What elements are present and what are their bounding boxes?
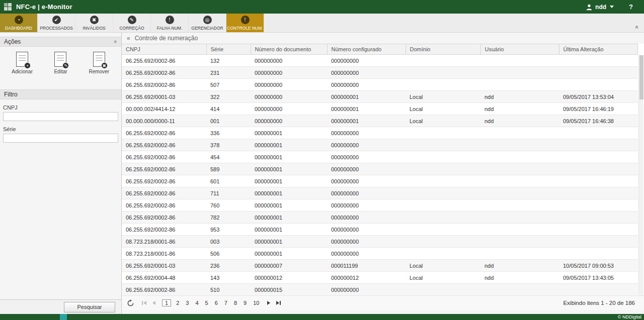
- table-cell: 000000000: [327, 127, 406, 139]
- table-cell: 00.000.000/0000-11: [122, 115, 206, 127]
- table-cell: [480, 175, 559, 187]
- toolbar-collapse-icon[interactable]: «: [635, 26, 640, 29]
- table-row[interactable]: 08.723.218/0001-86003000000001000000000: [122, 236, 638, 248]
- search-button[interactable]: Pesquisar: [64, 302, 115, 312]
- edit-button[interactable]: ✎ Editar: [41, 52, 79, 74]
- user-icon: [586, 4, 593, 11]
- last-page-button[interactable]: [275, 301, 282, 305]
- table-row[interactable]: 00.000.002/4414-12414000000000000000001L…: [122, 103, 638, 115]
- page-number[interactable]: 3: [184, 299, 190, 306]
- table-cell: [559, 211, 638, 224]
- table-row[interactable]: 06.255.692/0002-86378000000001000000000: [122, 139, 638, 151]
- serie-input[interactable]: [3, 134, 118, 143]
- refresh-button[interactable]: [127, 299, 134, 307]
- col-header-cnpj[interactable]: CNPJ: [122, 44, 206, 55]
- tab-label: PROCESSADOS: [40, 26, 73, 31]
- first-page-button[interactable]: [140, 301, 148, 305]
- add-button[interactable]: + Adicionar: [3, 52, 41, 74]
- table-cell: [406, 127, 480, 139]
- next-page-button[interactable]: [266, 301, 272, 305]
- table-row[interactable]: 06.255.692/0002-86589000000001000000000: [122, 163, 638, 175]
- table-cell: 06.255.692/0004-48: [122, 272, 206, 284]
- tab-controle-num[interactable]: ! CONTROLE NUM.: [226, 14, 264, 32]
- table-row[interactable]: 06.255.692/0002-86601000000001000000000: [122, 175, 638, 187]
- table-row[interactable]: 06.255.692/0001-03322000000000000000001L…: [122, 91, 638, 103]
- collapse-actions-icon[interactable]: «: [113, 40, 118, 43]
- col-header-numero-documento[interactable]: Número do documento: [251, 44, 327, 55]
- page-number[interactable]: 5: [204, 299, 210, 306]
- tab-invalidos[interactable]: ✖ INVÁLIDOS: [75, 14, 113, 32]
- table-cell: [406, 175, 480, 187]
- table-row[interactable]: 06.255.692/0002-86231000000000000000000: [122, 67, 638, 79]
- table-cell: 000000001: [251, 236, 327, 248]
- col-header-usuario[interactable]: Usuário: [480, 44, 559, 55]
- page-number[interactable]: 6: [213, 299, 219, 306]
- table-row[interactable]: 06.255.692/0002-86953000000001000000000: [122, 224, 638, 236]
- document-add-icon: +: [16, 52, 28, 67]
- help-button[interactable]: ?: [629, 3, 633, 11]
- table-row[interactable]: 06.255.692/0004-48143000000012000000012L…: [122, 272, 638, 284]
- page-number[interactable]: 9: [242, 299, 248, 306]
- table-row[interactable]: 06.255.692/0001-03236000000007000011199L…: [122, 260, 638, 272]
- statusbar: © NDDigital: [0, 314, 644, 320]
- prev-page-button[interactable]: [151, 301, 157, 305]
- table-cell: 06.255.692/0002-86: [122, 67, 206, 79]
- table-cell: 06.255.692/0002-86: [122, 224, 206, 236]
- page-number[interactable]: 8: [232, 299, 238, 306]
- page-number[interactable]: 10: [252, 299, 261, 306]
- vertical-scrollbar[interactable]: [638, 55, 643, 295]
- filter-section-header: Filtro: [0, 89, 121, 99]
- scrollbar-thumb[interactable]: [639, 55, 643, 99]
- page-number[interactable]: 2: [175, 299, 181, 306]
- col-header-serie[interactable]: Série: [206, 44, 251, 55]
- table-cell: 06.255.692/0002-86: [122, 139, 206, 151]
- table-cell: [406, 151, 480, 163]
- table-cell: [406, 187, 480, 199]
- table-cell: 08.723.218/0001-86: [122, 236, 206, 248]
- page-number[interactable]: 7: [223, 299, 229, 306]
- col-header-dominio[interactable]: Domínio: [406, 44, 480, 55]
- filter-header-label: Filtro: [4, 91, 18, 98]
- tab-dashboard[interactable]: ◔ DASHBOARD: [0, 14, 38, 32]
- table-cell: ndd: [480, 272, 559, 284]
- collapse-sidebar-icon[interactable]: «: [127, 35, 130, 42]
- table-cell: [559, 139, 638, 151]
- page-number[interactable]: 4: [194, 299, 200, 306]
- page-number[interactable]: 1: [162, 299, 171, 306]
- tab-gerenciador[interactable]: ◎ GERENCIADOR: [189, 14, 226, 32]
- document-remove-icon: ✖: [93, 52, 105, 67]
- cnpj-input[interactable]: [3, 112, 118, 121]
- table-row[interactable]: 08.723.218/0001-86506000000001000000000: [122, 248, 638, 260]
- table-cell: 589: [206, 163, 251, 175]
- actions-row: + Adicionar ✎ Editar ✖ Remover: [0, 47, 121, 81]
- table-cell: 000000000: [251, 55, 327, 67]
- table-cell: 000000001: [251, 248, 327, 260]
- content-header: « Controle de numeração: [122, 33, 644, 44]
- table-cell: 507: [206, 79, 251, 91]
- table-row[interactable]: 06.255.692/0002-86507000000000000000000: [122, 79, 638, 91]
- table-cell: [406, 139, 480, 151]
- table-row[interactable]: 06.255.692/0002-86510000000015000000000: [122, 284, 638, 296]
- table-row[interactable]: 06.255.692/0002-86760000000001000000000: [122, 199, 638, 211]
- table-cell: 000000001: [327, 103, 406, 115]
- table-row[interactable]: 06.255.692/0002-86711000000001000000000: [122, 187, 638, 199]
- col-header-ultima-alteracao[interactable]: Última Alteração: [559, 44, 638, 55]
- table-cell: [406, 163, 480, 175]
- table-cell: 000000000: [327, 163, 406, 175]
- col-header-numero-configurado[interactable]: Número configurado: [327, 44, 406, 55]
- table-cell: 000000000: [327, 211, 406, 224]
- table-row[interactable]: 06.255.692/0002-86132000000000000000000: [122, 55, 638, 67]
- titlebar: NFC-e | e-Monitor ndd ?: [0, 0, 644, 14]
- tab-processados[interactable]: ✔ PROCESSADOS: [38, 14, 75, 32]
- user-menu[interactable]: ndd: [586, 4, 614, 11]
- remove-button[interactable]: ✖ Remover: [80, 52, 118, 74]
- table-cell: Local: [406, 115, 480, 127]
- table-row[interactable]: 06.255.692/0002-86336000000001000000000: [122, 127, 638, 139]
- tab-falha-num[interactable]: ! FALHA NUM.: [151, 14, 189, 32]
- table-row[interactable]: 06.255.692/0002-86782000000001000000000: [122, 211, 638, 224]
- chevron-down-icon: [610, 6, 614, 8]
- toolbar: ◔ DASHBOARD ✔ PROCESSADOS ✖ INVÁLIDOS ✎ …: [0, 14, 644, 33]
- tab-correcao[interactable]: ✎ CORREÇÃO: [113, 14, 151, 32]
- table-row[interactable]: 00.000.000/0000-11001000000000000000001L…: [122, 115, 638, 127]
- table-row[interactable]: 06.255.692/0002-86454000000001000000000: [122, 151, 638, 163]
